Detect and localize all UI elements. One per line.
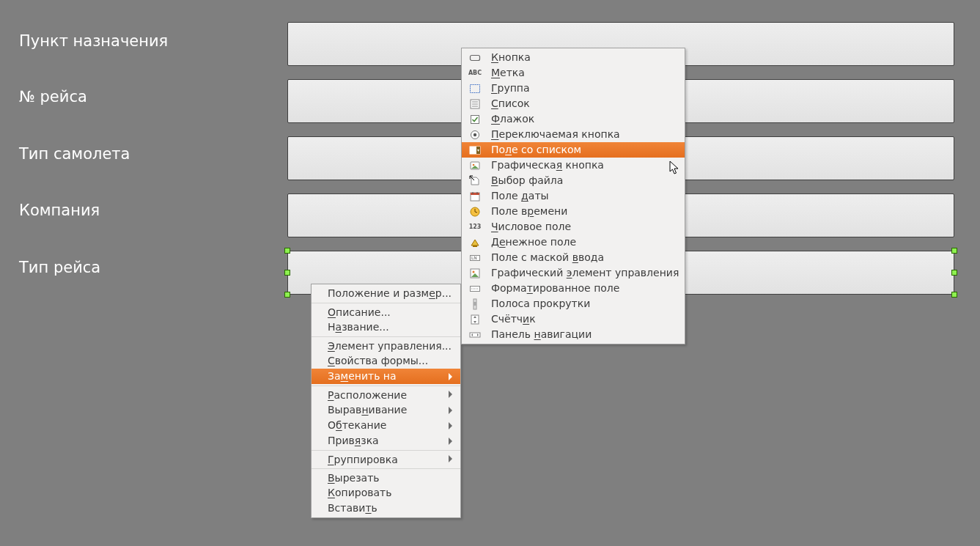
nav-icon	[469, 329, 481, 341]
money-icon	[469, 237, 481, 248]
fmt-icon	[469, 283, 481, 295]
replace-with-item[interactable]: Форматированное поле	[462, 281, 685, 296]
context-menu-item[interactable]: Вставить	[312, 501, 460, 516]
label-flight-type: Тип рейса	[19, 259, 100, 276]
svg-point-12	[473, 163, 475, 166]
scroll-icon	[469, 298, 481, 310]
selection-handle[interactable]	[951, 270, 957, 276]
replace-with-item[interactable]: Панель навигации	[462, 327, 685, 342]
mask-icon: LN	[469, 252, 481, 264]
list-icon	[469, 98, 481, 110]
svg-rect-14	[471, 193, 479, 195]
svg-rect-1	[471, 84, 480, 92]
context-menu-item[interactable]: Название...	[312, 320, 460, 335]
selection-handle[interactable]	[284, 270, 290, 276]
context-menu-item[interactable]: Группировка	[312, 450, 460, 467]
replace-with-item[interactable]: Полоса прокрутки	[462, 296, 685, 311]
context-menu-item[interactable]: Описание...	[312, 303, 460, 320]
label-destination: Пункт назначения	[19, 32, 168, 50]
label-flight-number: № рейса	[19, 88, 87, 106]
replace-with-item[interactable]: Графический элемент управления	[462, 265, 685, 281]
context-menu-item[interactable]: Вырезать	[312, 468, 460, 485]
context-menu-item[interactable]: Обтекание	[312, 418, 460, 433]
replace-with-item[interactable]: Список	[462, 96, 685, 111]
selection-handle[interactable]	[951, 292, 957, 298]
replace-with-item[interactable]: ABCМетка	[462, 65, 685, 81]
label-aircraft-type: Тип самолета	[19, 145, 130, 163]
replace-with-item[interactable]: 123Числовое поле	[462, 219, 685, 235]
time-icon	[469, 206, 481, 218]
context-menu-item[interactable]: Копировать	[312, 485, 460, 501]
combo-icon	[469, 144, 481, 156]
context-menu-item[interactable]: Расположение	[312, 385, 460, 402]
num-icon: 123	[469, 221, 481, 233]
replace-with-item[interactable]: Группа	[462, 81, 685, 96]
imgbtn-icon	[469, 160, 481, 171]
replace-with-item[interactable]: Поле времени	[462, 204, 685, 219]
replace-with-item[interactable]: Выбор файла	[462, 173, 685, 188]
replace-with-item[interactable]: Денежное поле	[462, 235, 685, 250]
svg-text:LN: LN	[471, 255, 477, 260]
replace-with-item[interactable]: Счётчик	[462, 311, 685, 327]
replace-with-item[interactable]: Поле даты	[462, 188, 685, 204]
label-company: Компания	[19, 202, 100, 219]
spin-icon	[469, 314, 481, 325]
svg-rect-28	[474, 302, 476, 306]
abc-icon: ABC	[469, 67, 481, 79]
checkbox-icon	[469, 114, 481, 125]
replace-with-item[interactable]: Переключаемая кнопка	[462, 127, 685, 142]
svg-point-24	[473, 270, 475, 273]
replace-with-item[interactable]: Графическая кнопка	[462, 158, 685, 173]
replace-with-submenu: КнопкаABCМеткаГруппаСписокФлажокПереключ…	[461, 48, 685, 344]
replace-with-item[interactable]: Флажок	[462, 111, 685, 127]
replace-with-item[interactable]: Кнопка	[462, 50, 685, 65]
svg-point-8	[474, 133, 476, 136]
selection-handle[interactable]	[951, 248, 957, 254]
imgctrl-icon	[469, 268, 481, 279]
selection-handle[interactable]	[284, 248, 290, 254]
radio-icon	[469, 129, 481, 141]
context-menu-item[interactable]: Элемент управления...	[312, 336, 460, 353]
file-icon	[469, 175, 481, 187]
selection-handle[interactable]	[284, 292, 290, 298]
replace-with-item[interactable]: LNПоле с маской ввода	[462, 250, 685, 265]
context-menu: Положение и размер...Описание...Название…	[311, 284, 461, 518]
context-menu-item[interactable]: Выравнивание	[312, 402, 460, 418]
svg-rect-0	[471, 55, 480, 60]
button-icon	[469, 52, 481, 64]
context-menu-item[interactable]: Положение и размер...	[312, 286, 460, 301]
group-icon	[469, 83, 481, 95]
svg-rect-20	[473, 246, 477, 247]
svg-rect-6	[471, 115, 479, 123]
context-menu-item[interactable]: Привязка	[312, 433, 460, 449]
context-menu-item[interactable]: Заменить на	[312, 369, 460, 384]
date-icon	[469, 191, 481, 202]
replace-with-item[interactable]: Поле со списком	[462, 142, 685, 158]
context-menu-item[interactable]: Свойства формы...	[312, 353, 460, 369]
